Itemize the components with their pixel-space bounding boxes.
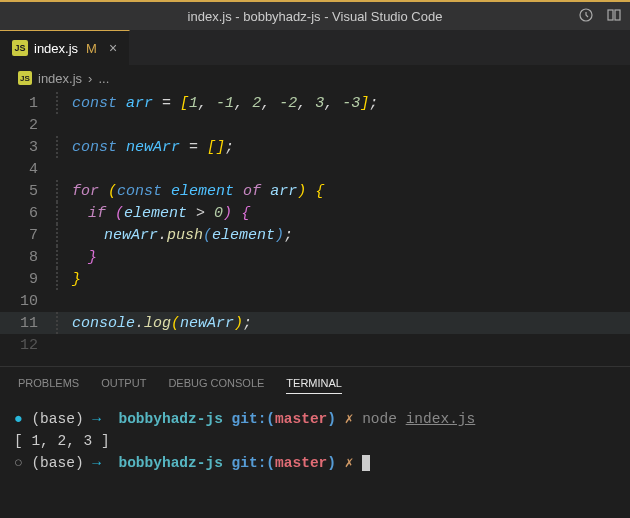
code-line: 12 — [0, 334, 630, 356]
history-icon[interactable] — [578, 7, 594, 26]
svg-rect-1 — [608, 10, 613, 20]
terminal-line: ● (base) → bobbyhadz-js git:(master) ✗ n… — [14, 408, 616, 430]
tab-modified-indicator: M — [86, 41, 97, 56]
code-line: 1 const arr = [1, -1, 2, -2, 3, -3]; — [0, 92, 630, 114]
tab-bar: JS index.js M × — [0, 30, 630, 66]
prompt-bullet-icon: ○ — [14, 455, 23, 471]
terminal-output: [ 1, 2, 3 ] — [14, 430, 616, 452]
code-line: 5 for (const element of arr) { — [0, 180, 630, 202]
code-line: 7 newArr.push(element); — [0, 224, 630, 246]
svg-rect-2 — [615, 10, 620, 20]
code-line: 6 if (element > 0) { — [0, 202, 630, 224]
breadcrumb-file: index.js — [38, 71, 82, 86]
code-line: 3 const newArr = []; — [0, 136, 630, 158]
title-bar-actions — [578, 7, 622, 26]
prompt-bullet-icon: ● — [14, 411, 23, 427]
panel-tabs: PROBLEMS OUTPUT DEBUG CONSOLE TERMINAL — [0, 366, 630, 402]
tab-index-js[interactable]: JS index.js M × — [0, 30, 130, 65]
code-line: 9 } — [0, 268, 630, 290]
js-file-icon: JS — [18, 71, 32, 85]
code-line: 10 — [0, 290, 630, 312]
split-icon[interactable] — [606, 7, 622, 26]
tab-problems[interactable]: PROBLEMS — [18, 377, 79, 394]
code-line: 4 — [0, 158, 630, 180]
tab-debug-console[interactable]: DEBUG CONSOLE — [168, 377, 264, 394]
line-number: 1 — [0, 95, 56, 112]
tab-terminal[interactable]: TERMINAL — [286, 377, 342, 394]
js-file-icon: JS — [12, 40, 28, 56]
code-line: 8 } — [0, 246, 630, 268]
cursor — [362, 455, 370, 471]
tab-filename: index.js — [34, 41, 78, 56]
code-line: 2 — [0, 114, 630, 136]
window-title: index.js - bobbyhadz-js - Visual Studio … — [188, 9, 443, 24]
terminal[interactable]: ● (base) → bobbyhadz-js git:(master) ✗ n… — [0, 402, 630, 480]
breadcrumb-more: ... — [98, 71, 109, 86]
close-icon[interactable]: × — [109, 40, 117, 56]
chevron-right-icon: › — [88, 71, 92, 86]
terminal-line: ○ (base) → bobbyhadz-js git:(master) ✗ — [14, 452, 616, 474]
tab-output[interactable]: OUTPUT — [101, 377, 146, 394]
breadcrumb[interactable]: JS index.js › ... — [0, 66, 630, 90]
title-bar: index.js - bobbyhadz-js - Visual Studio … — [0, 0, 630, 30]
editor[interactable]: 1 const arr = [1, -1, 2, -2, 3, -3]; 2 3… — [0, 90, 630, 358]
code-line: 11 console.log(newArr); — [0, 312, 630, 334]
